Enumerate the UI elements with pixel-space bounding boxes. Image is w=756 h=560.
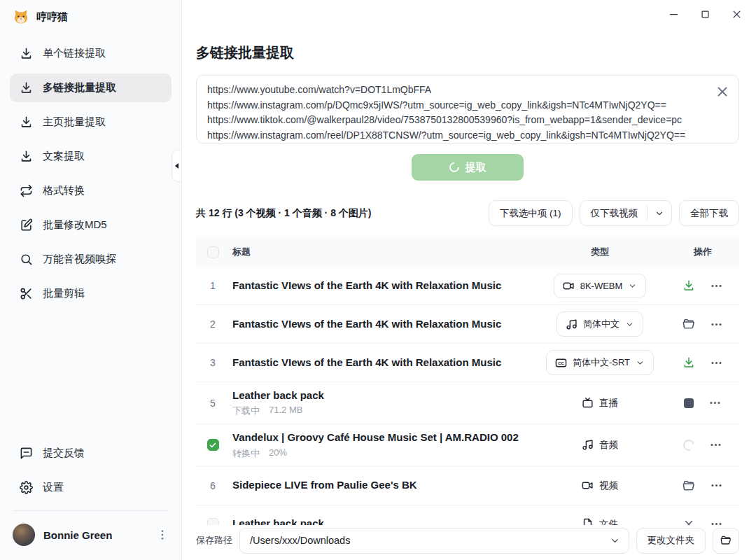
open-folder-button[interactable] [682, 479, 695, 492]
user-menu-icon[interactable] [156, 528, 169, 541]
url-line: https://www.youtube.com/watch?v=DOT1LmQb… [207, 83, 708, 98]
feedback-icon [20, 447, 33, 460]
result-summary: 共 12 行 (3 个视频 · 1 个音频 · 8 个图片) [196, 207, 371, 220]
download-button[interactable] [682, 279, 695, 292]
download-icon [20, 47, 33, 60]
repeat-icon [20, 184, 33, 197]
sidebar-item-label: 批量剪辑 [43, 287, 85, 300]
video-camera-icon [563, 280, 575, 292]
sidebar-item-8[interactable]: 批量剪辑 [10, 279, 172, 308]
chevron-down-icon [628, 281, 637, 290]
change-folder-button[interactable]: 更改文件夹 [636, 528, 706, 554]
row-index: 6 [210, 480, 216, 491]
url-input[interactable]: https://www.youtube.com/watch?v=DOT1LmQb… [196, 75, 739, 144]
window-titlebar [182, 0, 756, 28]
open-folder-button[interactable] [682, 318, 695, 330]
sidebar-item-label: 设置 [43, 481, 64, 494]
type-label: 直播 [599, 397, 618, 410]
page-title: 多链接批量提取 [196, 43, 739, 62]
extract-button-label: 提取 [465, 161, 486, 174]
chevron-left-icon [175, 163, 178, 169]
download-selected-button[interactable]: 下载选中项 (1) [489, 200, 573, 226]
url-line: https://www.instagram.com/p/DQmc9x5jIWS/… [207, 98, 708, 113]
divider [13, 510, 169, 511]
row-menu-button[interactable] [709, 438, 722, 451]
save-path-input[interactable] [239, 528, 629, 554]
sidebar-item-label: 文案提取 [43, 150, 85, 163]
row-title: Leather back pack [232, 388, 528, 402]
table-row: 2Fantastic VIews of the Earth 4K with Re… [196, 305, 739, 344]
music-note-icon [582, 439, 594, 451]
table-row: 6Sidepiece LIVE from Paulie Gee's BK视频 [196, 467, 739, 505]
row-title: Fantastic VIews of the Earth 4K with Rel… [232, 317, 528, 331]
row-index: 2 [210, 318, 216, 330]
svg-text:CC: CC [558, 361, 564, 365]
download-button[interactable] [682, 356, 695, 369]
sidebar-footer: 提交反馈设置 Bonnie Green [0, 439, 181, 560]
extract-button[interactable]: 提取 [412, 154, 524, 181]
avatar [13, 524, 35, 546]
sidebar: 哼哼猫 单个链接提取多链接批量提取主页批量提取文案提取格式转换批量修改MD5万能… [0, 0, 182, 560]
chevron-down-icon[interactable] [654, 209, 664, 218]
sidebar-collapse-handle[interactable] [172, 150, 181, 182]
download-icon [20, 81, 33, 94]
chevron-down-icon [636, 358, 645, 368]
main-panel: 多链接批量提取 https://www.youtube.com/watch?v=… [182, 0, 756, 560]
row-status: 转换中 [232, 447, 260, 460]
type-select[interactable]: CC简体中文-SRT [546, 350, 654, 375]
row-menu-button[interactable] [710, 479, 723, 492]
clear-input-button[interactable] [715, 84, 730, 99]
row-menu-button[interactable] [710, 318, 723, 331]
column-title: 标题 [230, 239, 533, 265]
sidebar-item-102[interactable]: 设置 [10, 473, 172, 502]
progress-spinner-icon [681, 438, 696, 453]
save-path-field [239, 528, 629, 554]
scissors-icon [20, 287, 33, 300]
row-checkbox[interactable] [207, 439, 219, 451]
sidebar-menu: 单个链接提取多链接批量提取主页批量提取文案提取格式转换批量修改MD5万能音视频嗅… [0, 39, 181, 439]
type-select[interactable]: 简体中文 [556, 312, 643, 337]
app-brand: 哼哼猫 [0, 0, 181, 39]
sidebar-item-3[interactable]: 主页批量提取 [10, 108, 172, 136]
sidebar-item-label: 主页批量提取 [43, 115, 106, 129]
sidebar-item-4[interactable]: 文案提取 [10, 142, 172, 171]
download-icon [20, 115, 33, 129]
sidebar-item-7[interactable]: 万能音视频嗅探 [10, 245, 172, 274]
gear-icon [20, 481, 33, 494]
download-videos-only-button[interactable]: 仅下载视频 [580, 200, 673, 226]
cc-icon: CC [555, 357, 567, 369]
maximize-button[interactable] [700, 9, 710, 20]
row-progress: 20% [269, 447, 287, 460]
table-row: Vandelux | Groovy Café House Music Set |… [196, 424, 739, 466]
video-camera-icon [582, 479, 594, 491]
sidebar-item-101[interactable]: 提交反馈 [10, 439, 172, 468]
user-profile[interactable]: Bonnie Green [0, 519, 181, 550]
sidebar-item-5[interactable]: 格式转换 [10, 176, 172, 205]
type-badge: 直播 [582, 397, 618, 410]
sidebar-item-label: 单个链接提取 [43, 47, 106, 60]
tv-icon [582, 397, 594, 409]
table-row: 1Fantastic VIews of the Earth 4K with Re… [196, 267, 739, 305]
sidebar-item-2[interactable]: 多链接批量提取 [10, 74, 172, 102]
stop-button[interactable] [684, 398, 694, 408]
sidebar-item-6[interactable]: 批量修改MD5 [10, 211, 172, 239]
row-menu-button[interactable] [710, 356, 723, 370]
save-path-label: 保存路径 [196, 534, 232, 547]
row-progress: 71.2 MB [269, 405, 302, 417]
row-menu-button[interactable] [708, 396, 722, 410]
download-all-button[interactable]: 全部下载 [679, 200, 739, 226]
open-folder-button[interactable] [713, 528, 739, 554]
type-label: 简体中文-SRT [573, 356, 630, 369]
table-row: 5Leather back pack下载中71.2 MB直播 [196, 382, 739, 424]
select-all-checkbox[interactable] [207, 246, 219, 258]
chevron-down-icon[interactable] [610, 536, 620, 546]
row-menu-button[interactable] [710, 279, 723, 293]
sidebar-item-label: 万能音视频嗅探 [43, 253, 116, 266]
row-status: 下载中 [232, 405, 260, 417]
sidebar-item-1[interactable]: 单个链接提取 [10, 39, 172, 68]
close-button[interactable] [732, 9, 742, 20]
type-select[interactable]: 8K-WEBM [554, 274, 647, 298]
row-index: 3 [210, 357, 216, 368]
minimize-button[interactable] [668, 9, 679, 20]
sidebar-item-label: 批量修改MD5 [43, 218, 107, 232]
